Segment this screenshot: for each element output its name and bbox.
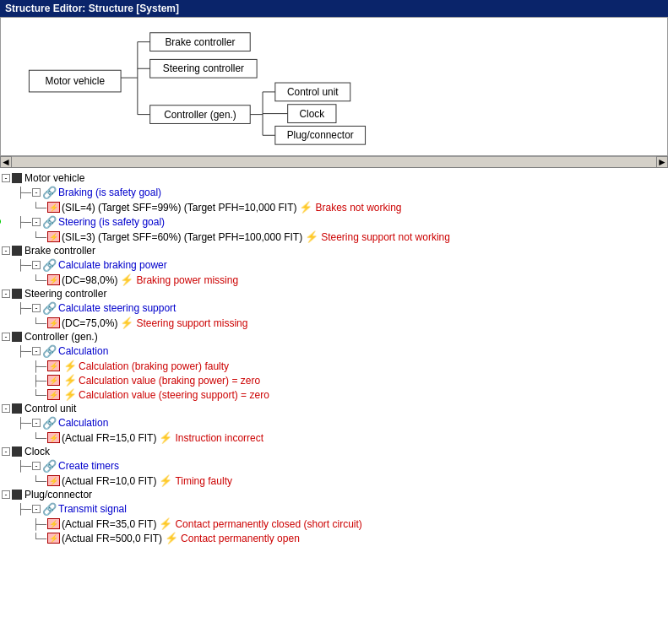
fault-text: (SIL=3) (Target SFF=60%) (Target PFH=100…: [62, 231, 302, 243]
node-label: Calculate braking power: [58, 259, 167, 271]
expand-icon[interactable]: -: [2, 246, 10, 255]
expand-icon[interactable]: -: [32, 347, 41, 355]
expand-icon[interactable]: -: [32, 261, 41, 269]
tree-connector: ├─: [17, 417, 31, 429]
svg-text:Steering controller: Steering controller: [163, 62, 244, 74]
tree-node-transmit-signal: ├─ - 🔗 Transmit signal: [0, 501, 668, 517]
square-icon: [12, 246, 22, 256]
link-icon: 🔗: [42, 416, 57, 430]
tree-connector: ├─: [17, 216, 31, 228]
tree-connector: └─: [32, 432, 46, 444]
tree-node-timing-fault: └─ ⚡ (Actual FR=10,0 FIT) ⚡ Timing fault…: [0, 474, 668, 488]
fault-description: Braking power missing: [136, 274, 238, 286]
tree-node-motor-vehicle: - Motor vehicle: [0, 171, 668, 185]
square-icon: [12, 403, 22, 414]
expand-icon[interactable]: -: [2, 333, 10, 341]
title-bar: Structure Editor: Structure [System]: [0, 0, 668, 17]
node-label: Braking (is safety goal): [58, 187, 161, 198]
square-icon: [12, 289, 22, 299]
expand-icon[interactable]: -: [2, 404, 10, 413]
fault-description: Steering support missing: [136, 317, 247, 329]
fault-icon: ⚡: [47, 375, 60, 386]
tree-node-control-unit: - Control unit: [0, 402, 668, 415]
tree-connector: ├─: [17, 302, 31, 314]
tree-node-steering: ├─ - 🔗 Steering (is safety goal): [0, 214, 668, 230]
tree-connector: └─: [32, 231, 46, 243]
fault-description: Calculation (braking power) faulty: [79, 360, 229, 372]
expand-icon[interactable]: -: [32, 505, 41, 513]
tree-node-calc-fault-2: ├─ ⚡ ⚡ Calculation value (braking power)…: [0, 373, 668, 387]
lightning-icon: ⚡: [63, 360, 77, 372]
tree-node-create-timers: ├─ - 🔗 Create timers: [0, 458, 668, 474]
green-dot: [0, 218, 1, 225]
fault-icon: ⚡: [47, 231, 60, 242]
link-icon: 🔗: [42, 344, 57, 358]
tree-connector: ├─: [17, 345, 31, 357]
tree-node-controller-gen: - Controller (gen.): [0, 330, 668, 344]
expand-icon[interactable]: -: [32, 218, 41, 226]
node-label: Transmit signal: [58, 503, 127, 515]
fault-text: (Actual FR=15,0 FIT): [62, 432, 156, 444]
fault-description: Instruction incorrect: [175, 432, 263, 444]
link-icon: 🔗: [42, 459, 57, 473]
tree-connector: └─: [32, 475, 46, 487]
tree-connector: ├─: [32, 360, 46, 372]
lightning-icon: ⚡: [63, 388, 77, 401]
tree-node-steering-support-fault: └─ ⚡ (DC=75,0%) ⚡ Steering support missi…: [0, 316, 668, 330]
expand-icon[interactable]: -: [32, 419, 41, 427]
tree-area[interactable]: - Motor vehicle ├─ - 🔗 Braking (is safet…: [0, 168, 668, 644]
fault-text: (SIL=4) (Target SFF=99%) (Target PFH=10,…: [62, 202, 296, 214]
tree-node-calc-steering: ├─ - 🔗 Calculate steering support: [0, 300, 668, 316]
fault-description: Contact permanently closed (short circui…: [175, 518, 361, 530]
expand-icon[interactable]: -: [2, 290, 10, 298]
fault-text: (Actual FR=500,0 FIT): [62, 533, 162, 544]
node-label: Brake controller: [24, 245, 95, 257]
svg-text:Brake controller: Brake controller: [165, 36, 235, 48]
fault-text: (DC=98,0%): [62, 274, 117, 286]
svg-text:Clock: Clock: [300, 108, 325, 120]
fault-description: Calculation value (steering support) = z…: [79, 389, 269, 401]
scroll-right-button[interactable]: ►: [656, 156, 668, 168]
fault-text: (Actual FR=35,0 FIT): [62, 518, 156, 530]
expand-icon[interactable]: -: [32, 188, 41, 197]
tree-connector: ├─: [32, 375, 46, 387]
expand-icon[interactable]: -: [32, 304, 41, 312]
tree-node-braking-fault: └─ ⚡ (SIL=4) (Target SFF=99%) (Target PF…: [0, 200, 668, 214]
tree-node-calc-braking: ├─ - 🔗 Calculate braking power: [0, 257, 668, 273]
horizontal-scrollbar[interactable]: ◄ ►: [0, 156, 668, 168]
expand-icon[interactable]: -: [32, 462, 41, 470]
node-label: Motor vehicle: [24, 172, 84, 184]
tree-node-braking-power-fault: └─ ⚡ (DC=98,0%) ⚡ Braking power missing: [0, 273, 668, 287]
node-label: Calculation: [58, 417, 108, 429]
lightning-icon: ⚡: [299, 201, 312, 214]
fault-icon: ⚡: [47, 389, 60, 400]
expand-icon[interactable]: -: [2, 490, 10, 499]
node-label: Plug/connector: [24, 489, 92, 501]
link-icon: 🔗: [42, 258, 57, 272]
expand-icon[interactable]: -: [2, 447, 10, 456]
expand-icon[interactable]: -: [2, 174, 10, 182]
tree-node-calc-fault-1: ├─ ⚡ ⚡ Calculation (braking power) fault…: [0, 359, 668, 373]
node-label: Steering (is safety goal): [58, 216, 165, 228]
tree-node-instruction-fault: └─ ⚡ (Actual FR=15,0 FIT) ⚡ Instruction …: [0, 430, 668, 445]
square-icon: [12, 446, 22, 457]
lightning-icon: ⚡: [159, 474, 172, 487]
lightning-icon: ⚡: [165, 532, 178, 544]
tree-node-calculation-cu: ├─ - 🔗 Calculation: [0, 415, 668, 430]
fault-text: (Actual FR=10,0 FIT): [62, 475, 156, 487]
link-icon: 🔗: [42, 502, 57, 516]
node-label: Steering controller: [24, 288, 106, 300]
tree-node-contact-closed-fault: ├─ ⚡ (Actual FR=35,0 FIT) ⚡ Contact perm…: [0, 517, 668, 531]
svg-text:Controller (gen.): Controller (gen.): [164, 109, 236, 121]
node-label: Controller (gen.): [24, 331, 98, 343]
tree-connector: ├─: [17, 259, 31, 271]
fault-icon-1: ⚡: [47, 202, 60, 213]
node-label: Calculate steering support: [58, 302, 176, 314]
link-icon: 🔗: [42, 186, 57, 199]
tree-connector: └─: [32, 317, 46, 329]
lightning-icon: ⚡: [159, 517, 172, 530]
scroll-left-button[interactable]: ◄: [0, 156, 12, 168]
node-label: Create timers: [58, 460, 119, 472]
tree-connector: ├─: [32, 518, 46, 530]
tree-node-plug-connector: - Plug/connector: [0, 488, 668, 501]
